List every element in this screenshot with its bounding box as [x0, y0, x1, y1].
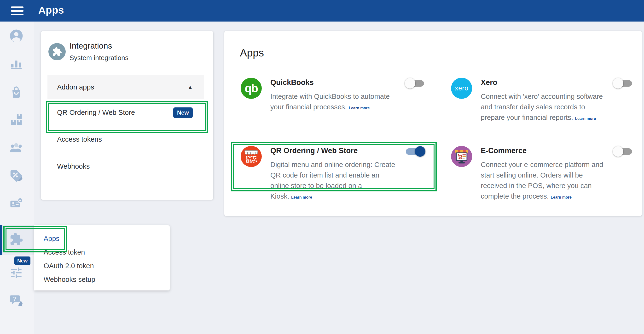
list-item-webhooks[interactable]: Webhooks	[48, 153, 204, 180]
addon-apps-accordion[interactable]: Addon apps ▲	[48, 75, 204, 99]
app-title: QuickBooks	[270, 78, 409, 87]
addon-apps-label: Addon apps	[57, 83, 188, 91]
app-row-xero: xero Xero Connect with 'xero' accounting…	[451, 78, 640, 123]
submenu-item-apps[interactable]: Apps	[34, 232, 170, 245]
top-bar: Apps	[0, 0, 644, 21]
quickbooks-logo: qb	[241, 78, 262, 99]
app-row-qr-ordering: QR Ordering / Web Store Digital menu and…	[241, 146, 432, 201]
app-row-ecommerce: E-Commerce Connect your e-commerce platf…	[451, 146, 640, 201]
sidebar: ? New	[0, 21, 34, 334]
app-description: Digital menu and online ordering: Create…	[270, 161, 395, 200]
user-icon[interactable]	[9, 29, 23, 43]
hamburger-menu-icon[interactable]	[11, 6, 24, 15]
qr-ordering-logo	[241, 146, 262, 167]
list-item-qr-ordering[interactable]: QR Ordering / Web Store New	[48, 99, 204, 126]
app-title: QR Ordering / Web Store	[270, 147, 409, 155]
sliders-icon[interactable]	[9, 266, 23, 280]
integrations-list: Addon apps ▲ QR Ordering / Web Store New…	[48, 75, 204, 180]
apps-submenu: Apps Access token OAuth 2.0 token Webhoo…	[34, 225, 170, 291]
app-description: Connect your e-commerce platform and sta…	[481, 161, 603, 200]
integrations-subtitle: System integrations	[70, 54, 128, 62]
learn-more-link[interactable]: Learn more	[575, 117, 596, 121]
apps-panel: Apps qb QuickBooks Integrate with QuickB…	[224, 31, 642, 216]
app-title: E-Commerce	[481, 147, 620, 155]
submenu-item-webhooks-setup[interactable]: Webhooks setup	[34, 273, 170, 286]
bar-chart-icon[interactable]	[9, 56, 23, 70]
help-chat-icon[interactable]: ?	[9, 293, 23, 307]
ecommerce-logo	[451, 146, 472, 167]
submenu-item-access-token[interactable]: Access token	[34, 245, 170, 259]
integrations-title: Integrations	[70, 41, 112, 50]
active-indicator-bar	[0, 225, 2, 255]
discount-tag-icon[interactable]	[9, 169, 23, 183]
list-item-access-tokens[interactable]: Access tokens	[48, 126, 204, 153]
integrations-puzzle-icon	[48, 43, 66, 60]
xero-logo: xero	[451, 78, 472, 99]
chevron-up-icon: ▲	[188, 84, 193, 90]
quickbooks-toggle[interactable]	[406, 79, 424, 87]
app-description: Integrate with QuickBooks to automate yo…	[270, 93, 390, 111]
inventory-boxes-icon[interactable]	[9, 113, 23, 127]
new-badge: New	[173, 107, 193, 118]
integrations-panel: Integrations System integrations Addon a…	[41, 31, 213, 200]
apps-heading: Apps	[240, 47, 264, 59]
page-title: Apps	[38, 4, 64, 16]
shopping-bag-icon[interactable]	[9, 85, 23, 99]
learn-more-link[interactable]: Learn more	[349, 106, 370, 110]
xero-toggle[interactable]	[614, 79, 632, 87]
id-card-check-icon[interactable]	[9, 196, 23, 210]
svg-text:?: ?	[13, 296, 17, 302]
learn-more-link[interactable]: Learn more	[551, 195, 572, 199]
ecommerce-toggle[interactable]	[614, 147, 632, 156]
users-icon[interactable]	[9, 140, 23, 154]
learn-more-link[interactable]: Learn more	[291, 195, 312, 199]
apps-integrations-page: { "topbar": { "title": "Apps" }, "sideba…	[0, 0, 644, 334]
puzzle-icon[interactable]	[9, 232, 23, 246]
app-row-quickbooks: qb QuickBooks Integrate with QuickBooks …	[241, 78, 432, 112]
sidebar-new-badge: New	[14, 256, 30, 265]
app-title: Xero	[481, 78, 620, 87]
submenu-item-oauth-token[interactable]: OAuth 2.0 token	[34, 259, 170, 273]
qr-ordering-toggle[interactable]	[406, 147, 424, 156]
